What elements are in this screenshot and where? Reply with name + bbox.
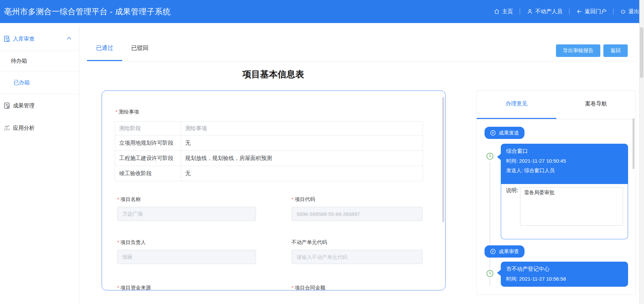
app-title: 亳州市多测合一综合管理平台 - 成果管理子系统 [4, 6, 171, 17]
tab-passed-label: 已通过 [96, 45, 113, 51]
bubble-note-section: 说明: 需各局委审批 [501, 184, 628, 239]
nav-separator [520, 8, 520, 15]
bubble-sender: 发送人: 综合窗口人员 [506, 167, 623, 174]
table-cell: 立项用地规划许可阶段 [115, 136, 181, 151]
comment-icon [490, 130, 496, 136]
table-row: 工程施工建设许可阶段 规划放线，规划验线，房屋面积预测 [115, 151, 423, 166]
table-row: 竣工验收阶段 无 [115, 166, 423, 181]
tab-passed[interactable]: 已通过 [87, 44, 122, 52]
sidebar-item-results-management[interactable]: 成果管理 [0, 98, 79, 113]
project-info-panel: 测绘事项 测绘阶段 测绘事项 立项用地规划许可阶段 无 工程施工建设许可阶段 规… [102, 90, 446, 290]
project-code-input[interactable] [292, 207, 423, 221]
tabs-bottom-border [87, 61, 636, 61]
table-cell: 竣工验收阶段 [115, 166, 181, 181]
nav-logout[interactable]: 退出 [620, 8, 639, 15]
note-label: 说明: [506, 187, 518, 236]
table-cell: 规划放线，规划验线，房屋面积预测 [181, 151, 423, 166]
nav-logout-label: 退出 [628, 8, 639, 15]
comment-icon [490, 248, 496, 255]
survey-items-table: 测绘阶段 测绘事项 立项用地规划许可阶段 无 工程施工建设许可阶段 规划放线，规… [115, 121, 423, 181]
tab-handling-opinions[interactable]: 办理意见 [477, 100, 556, 107]
nav-separator [613, 8, 614, 15]
bubble-time: 时间: 2021-11-27 10:56:58 [506, 276, 623, 282]
sidebar-item-audit-review[interactable]: 入库审查 [0, 32, 79, 46]
panel-scrollbar-thumb[interactable] [632, 118, 635, 169]
table-row: 立项用地规划许可阶段 无 [115, 136, 423, 151]
bubble-title: 市不动产登记中心 [506, 266, 623, 273]
clock-icon [486, 270, 494, 277]
timeline-line [490, 161, 490, 286]
result-send-badge-label: 成果发送 [499, 130, 519, 136]
nav-home[interactable]: 主页 [494, 8, 513, 15]
table-cell: 无 [181, 166, 423, 181]
back-button[interactable]: 返回 [603, 44, 628, 57]
tab-case-navigation[interactable]: 案卷导航 [556, 100, 636, 107]
project-name-input[interactable] [117, 207, 256, 221]
tab-rejected[interactable]: 已驳回 [122, 44, 157, 52]
sidebar-item-label: 已办箱 [14, 79, 30, 86]
note-textarea[interactable]: 需各局委审批 [520, 187, 623, 226]
bubble-time: 时间: 2021-11-27 10:50:45 [506, 158, 623, 164]
sidebar-divider [0, 94, 79, 94]
table-header-cell: 测绘事项 [181, 122, 423, 136]
table-header-row: 测绘阶段 测绘事项 [115, 122, 423, 136]
tab-handling-opinions-label: 办理意见 [506, 101, 528, 106]
contract-amount-label: 项目合同金额 [292, 284, 325, 290]
sidebar-item-label: 入库审查 [13, 36, 35, 43]
timeline-entry-send: 综合窗口 时间: 2021-11-27 10:50:45 发送人: 综合窗口人员… [501, 144, 628, 239]
project-code-label: 项目代码 [292, 196, 315, 203]
sidebar: 入库审查 待办箱 已办箱 成果管理 应用分析 [0, 26, 79, 304]
back-button-label: 返回 [610, 47, 621, 54]
nav-home-label: 主页 [502, 8, 513, 15]
result-review-badge[interactable]: 成果审查 [485, 245, 524, 258]
nav-portal-back[interactable]: 返回门户 [576, 8, 606, 15]
sidebar-item-application-analysis[interactable]: 应用分析 [0, 121, 79, 136]
chevron-up-icon [66, 37, 72, 40]
bubble-header: 市不动产登记中心 时间: 2021-11-27 10:56:58 [501, 262, 628, 287]
export-report-button[interactable]: 导出审核报告 [556, 44, 600, 57]
sidebar-item-label: 应用分析 [13, 125, 35, 132]
funding-source-label: 项目资金来源 [117, 284, 151, 290]
form-title: 项目基本信息表 [102, 68, 445, 80]
form-scrollbar-thumb[interactable] [442, 97, 444, 222]
page-scrollbar-thumb[interactable] [640, 27, 643, 78]
export-report-label: 导出审核报告 [563, 47, 594, 54]
document-check-icon [3, 102, 11, 109]
bar-chart-icon [3, 124, 11, 132]
app-window: 亳州市多测合一综合管理平台 - 成果管理子系统 主页 不动产人员 返回门户 退出 [0, 0, 644, 304]
app-header: 亳州市多测合一综合管理平台 - 成果管理子系统 主页 不动产人员 返回门户 退出 [0, 0, 644, 23]
timeline-entry-review: 市不动产登记中心 时间: 2021-11-27 10:56:58 [501, 262, 628, 287]
table-cell: 无 [181, 136, 423, 151]
sidebar-item-todo-box[interactable]: 待办箱 [0, 51, 79, 71]
result-review-badge-label: 成果审查 [499, 248, 519, 255]
tab-case-navigation-label: 案卷导航 [585, 101, 607, 106]
project-leader-input[interactable] [117, 250, 256, 264]
nav-portal-back-label: 返回门户 [585, 8, 606, 15]
nav-separator [569, 8, 570, 15]
user-icon [527, 8, 533, 15]
nav-user[interactable]: 不动产人员 [527, 8, 562, 15]
sidebar-item-label: 待办箱 [11, 58, 27, 65]
sidebar-item-label: 成果管理 [13, 102, 35, 109]
survey-items-label: 测绘事项 [115, 108, 139, 115]
nav-user-label: 不动产人员 [535, 8, 562, 15]
header-nav: 主页 不动产人员 返回门户 退出 [494, 0, 639, 23]
table-header-cell: 测绘阶段 [115, 122, 181, 136]
project-name-label: 项目名称 [117, 196, 141, 203]
result-send-badge[interactable]: 成果发送 [485, 127, 524, 139]
estate-unit-code-label: 不动产单元代码 [292, 239, 327, 246]
bubble-header: 综合窗口 时间: 2021-11-27 10:50:45 发送人: 综合窗口人员 [501, 144, 628, 184]
back-arrow-icon [576, 8, 582, 15]
home-icon [494, 8, 500, 15]
estate-unit-code-input[interactable] [292, 250, 423, 264]
bubble-arrow [497, 270, 501, 276]
tab-rejected-label: 已驳回 [131, 45, 149, 51]
sidebar-item-done-box[interactable]: 已办箱 [0, 72, 79, 94]
audit-search-icon [3, 35, 11, 43]
bubble-arrow [497, 154, 501, 160]
power-icon [620, 9, 626, 15]
opinion-panel: 办理意见 案卷导航 成果发送 综合窗口 时间: 2021-11-27 10:50… [476, 90, 636, 295]
panel-tabs-border [477, 119, 635, 119]
table-cell: 工程施工建设许可阶段 [115, 151, 181, 166]
bubble-title: 综合窗口 [506, 148, 623, 155]
